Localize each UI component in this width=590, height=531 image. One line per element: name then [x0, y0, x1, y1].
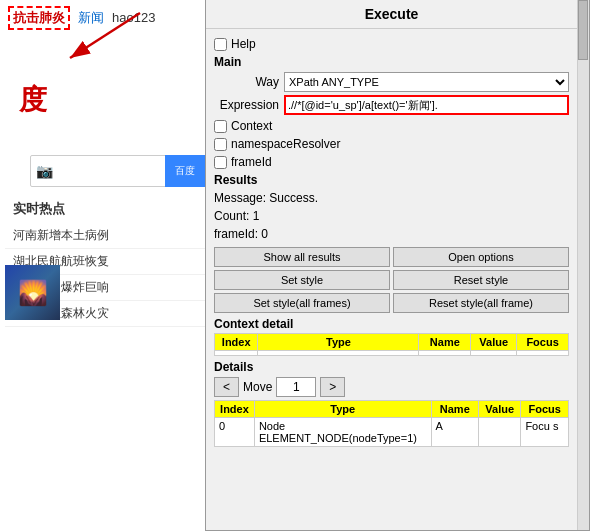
context-label: Context — [231, 119, 272, 133]
context-table-row — [215, 351, 569, 356]
red-arrow-indicator — [40, 8, 160, 68]
way-label: Way — [214, 75, 284, 89]
camera-icon[interactable]: 📷 — [36, 163, 53, 179]
trending-title: 实时热点 — [5, 195, 210, 223]
scrollbar-thumb[interactable] — [578, 0, 588, 60]
details-cell-name: A — [431, 418, 479, 447]
help-checkbox-row: Help — [214, 37, 569, 51]
way-select[interactable]: XPath ANY_TYPE — [284, 72, 569, 92]
help-label: Help — [231, 37, 256, 51]
results-label: Results — [214, 173, 569, 187]
context-header-type: Type — [258, 334, 419, 351]
search-button-text: 百度 — [175, 164, 195, 178]
context-cell-value — [471, 351, 517, 356]
details-cell-index: 0 — [215, 418, 255, 447]
context-checkbox-row: Context — [214, 119, 569, 133]
namespace-resolver-label: namespaceResolver — [231, 137, 340, 151]
details-header-value: Value — [479, 401, 521, 418]
context-cell-name — [419, 351, 471, 356]
details-cell-focus: Focu s — [521, 418, 569, 447]
details-header-index: Index — [215, 401, 255, 418]
move-input[interactable] — [276, 377, 316, 397]
way-row: Way XPath ANY_TYPE — [214, 72, 569, 92]
context-header-name: Name — [419, 334, 471, 351]
details-table: Index Type Name Value Focus 0 Node ELEME… — [214, 400, 569, 447]
panel-title: Execute — [206, 0, 577, 29]
expression-input[interactable] — [284, 95, 569, 115]
context-header-value: Value — [471, 334, 517, 351]
buttons-grid: Show all results Open options Set style … — [214, 247, 569, 313]
open-options-button[interactable]: Open options — [393, 247, 569, 267]
main-section-label: Main — [214, 55, 569, 69]
details-table-row: 0 Node ELEMENT_NODE(nodeType=1) A Focu s — [215, 418, 569, 447]
panel-scrollbar[interactable] — [577, 0, 589, 531]
details-label: Details — [214, 360, 569, 374]
reset-style-all-frames-button[interactable]: Reset style(all frame) — [393, 293, 569, 313]
svg-line-1 — [70, 13, 140, 58]
search-button[interactable]: 百度 — [165, 155, 205, 187]
navigate-row: < Move > — [214, 377, 569, 397]
help-checkbox[interactable] — [214, 38, 227, 51]
results-section: Results Message: Success. Count: 1 frame… — [214, 173, 569, 243]
details-cell-value — [479, 418, 521, 447]
context-cell-index — [215, 351, 258, 356]
prev-button[interactable]: < — [214, 377, 239, 397]
set-style-all-frames-button[interactable]: Set style(all frames) — [214, 293, 390, 313]
context-cell-type — [258, 351, 419, 356]
trending-item-1[interactable]: 河南新增本土病例 — [5, 223, 210, 249]
details-header-name: Name — [431, 401, 479, 418]
expression-row: Expression — [214, 95, 569, 115]
frame-id-row: frameId — [214, 155, 569, 169]
news-thumbnail: 🌄 — [5, 265, 60, 320]
show-all-results-button[interactable]: Show all results — [214, 247, 390, 267]
panel-body: Help Main Way XPath ANY_TYPE Expression … — [206, 29, 577, 451]
result-count: Count: 1 — [214, 207, 569, 225]
context-header-focus: Focus — [517, 334, 569, 351]
details-cell-type: Node ELEMENT_NODE(nodeType=1) — [254, 418, 431, 447]
next-button[interactable]: > — [320, 377, 345, 397]
move-label: Move — [243, 380, 272, 394]
context-detail-label: Context detail — [214, 317, 569, 331]
frame-id-checkbox[interactable] — [214, 156, 227, 169]
execute-panel: Execute Help Main Way XPath ANY_TYPE Exp… — [205, 0, 590, 531]
thumbnail-image: 🌄 — [18, 279, 48, 307]
set-style-button[interactable]: Set style — [214, 270, 390, 290]
result-frameid: frameId: 0 — [214, 225, 569, 243]
context-detail-table: Index Type Name Value Focus — [214, 333, 569, 356]
baidu-logo: 度 — [0, 60, 60, 140]
result-message: Message: Success. — [214, 189, 569, 207]
reset-style-button[interactable]: Reset style — [393, 270, 569, 290]
frame-id-label: frameId — [231, 155, 272, 169]
context-checkbox[interactable] — [214, 120, 227, 133]
details-header-type: Type — [254, 401, 431, 418]
namespace-resolver-row: namespaceResolver — [214, 137, 569, 151]
expression-label: Expression — [214, 98, 284, 112]
context-cell-focus — [517, 351, 569, 356]
details-header-focus: Focus — [521, 401, 569, 418]
namespace-resolver-checkbox[interactable] — [214, 138, 227, 151]
context-header-index: Index — [215, 334, 258, 351]
